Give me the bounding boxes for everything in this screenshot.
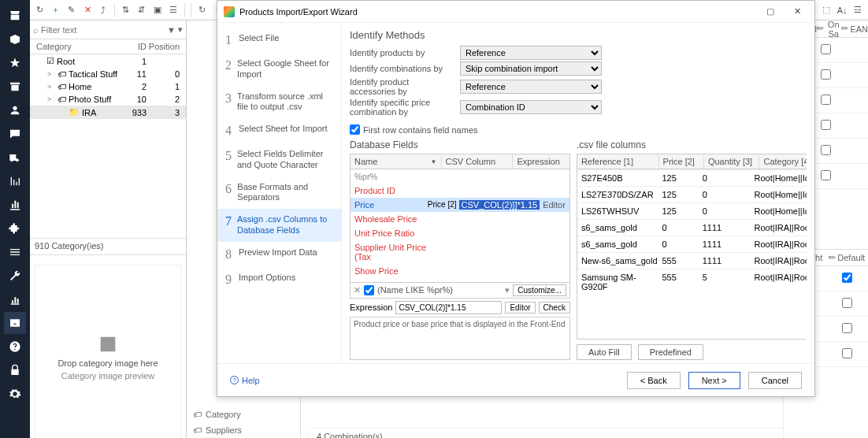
mid-item[interactable]: 🏷Category [187, 406, 300, 422]
dbfield-row[interactable]: Show Price [351, 264, 569, 278]
expression-input[interactable] [395, 301, 502, 314]
dbfield-row[interactable]: Product ID [351, 184, 569, 198]
tree-row[interactable]: 📁IRA9333 [30, 106, 186, 119]
editor-button[interactable]: Editor [505, 302, 535, 314]
wizard-step[interactable]: 2Select Google Sheet for Import [217, 53, 341, 86]
default-checkbox[interactable] [842, 298, 852, 308]
method-select[interactable]: Reference [460, 80, 602, 94]
sidebar-wrench-icon[interactable] [4, 265, 26, 287]
first-row-check[interactable]: First row contains field names [350, 124, 807, 135]
col-ean[interactable]: ✎EAN [841, 24, 868, 34]
onsale-checkbox[interactable] [821, 95, 831, 105]
sort3-icon[interactable]: ☲ [851, 3, 865, 17]
sidebar-inbox-icon[interactable] [4, 312, 26, 334]
csvcol-price[interactable]: Price [2] [659, 154, 704, 169]
default-checkbox[interactable] [842, 323, 852, 333]
sidebar-person-icon[interactable] [4, 99, 26, 121]
sidebar-chart1-icon[interactable] [4, 170, 26, 192]
wizard-step[interactable]: 5Select Fields Delimiter and Quote Chara… [217, 143, 341, 176]
sort1-icon[interactable]: ⬚ [819, 3, 833, 17]
csvcol-cat[interactable]: Category [4] [759, 154, 807, 169]
sidebar-gear-icon[interactable] [4, 383, 26, 405]
next-button[interactable]: Next > [688, 372, 740, 389]
wizard-step[interactable]: 4Select Sheet for Import [217, 118, 341, 143]
back-button[interactable]: < Back [627, 372, 681, 389]
close-button[interactable]: ✕ [786, 3, 808, 20]
wizard-step[interactable]: 6Base Formats and Separators [217, 176, 341, 210]
dbfield-row[interactable]: Unit Price Ratio [351, 226, 569, 240]
dbfield-row[interactable]: PricePrice [2]CSV_COL(2)]]*1.15Editor [351, 198, 569, 212]
sidebar-chart2-icon[interactable] [4, 194, 26, 216]
default-checkbox[interactable] [842, 348, 852, 358]
sidebar-sliders-icon[interactable] [4, 241, 26, 263]
method-select[interactable]: Skip combination import [460, 61, 602, 76]
csv-row[interactable]: s6_sams_gold01111Root|IRA||Root|Home|Clo… [577, 219, 807, 236]
sidebar-chat-icon[interactable] [4, 123, 26, 145]
tree-row[interactable]: >🏷Home21 [30, 80, 186, 93]
csv-row[interactable]: LS26TWHSUV1250Root|Home||IceCat prodts [577, 202, 807, 219]
sort2-icon[interactable]: A↓ [836, 3, 849, 17]
col-default[interactable]: ✎Default [826, 253, 869, 263]
csv-row[interactable]: LS27E370DS/ZAR1250Root|Home||IceCat prod… [577, 186, 807, 202]
add-icon[interactable]: ＋ [49, 3, 62, 17]
filter-input[interactable] [41, 25, 165, 35]
firstrow-checkbox[interactable] [350, 124, 360, 135]
sort-desc-icon[interactable]: ⇵ [135, 3, 148, 17]
wizard-step[interactable]: 3Transform source .xml file to output .c… [217, 86, 341, 119]
onsale-checkbox[interactable] [821, 170, 831, 180]
predefined-button[interactable]: Predefined [638, 344, 703, 360]
sidebar-star-icon[interactable] [4, 52, 26, 74]
tree-row[interactable]: ☑Root1 [30, 54, 186, 68]
help-link[interactable]: ?Help [230, 376, 260, 385]
dbcol-csv[interactable]: CSV Column [442, 154, 514, 169]
sidebar-help-icon[interactable] [4, 336, 26, 358]
refresh2-icon[interactable]: ↻ [195, 3, 209, 17]
box-icon[interactable]: ▣ [150, 3, 164, 17]
dbfield-row[interactable]: %pr% [351, 169, 569, 184]
delete-icon[interactable]: ✕ [81, 3, 95, 17]
sort-asc-icon[interactable]: ⇅ [119, 3, 132, 17]
sidebar-truck-icon[interactable] [4, 147, 26, 169]
funnel-clear-icon[interactable]: ▾ [178, 24, 183, 35]
dbfield-row[interactable]: Supplier Unit Price (Tax [351, 240, 569, 264]
sidebar-puzzle-icon[interactable] [4, 217, 26, 239]
customize-button[interactable]: Customize... [513, 284, 566, 296]
cancel-button[interactable]: Cancel [748, 372, 802, 389]
autofill-button[interactable]: Auto Fill [577, 344, 632, 360]
sidebar-store-icon[interactable] [4, 5, 26, 27]
check-button[interactable]: Check [539, 302, 570, 314]
sidebar-box-icon[interactable] [4, 28, 26, 50]
onsale-checkbox[interactable] [821, 120, 831, 130]
csv-row[interactable]: New-s6_sams_gold5551111Root|IRA||Root|Ho… [577, 252, 807, 269]
method-select[interactable]: Reference [460, 46, 602, 60]
col-id[interactable]: ID [120, 42, 147, 51]
col-onsale[interactable]: ✎On Sa [817, 20, 841, 39]
tree-row[interactable]: >🏷Photo Stuff102 [30, 93, 186, 106]
edit-icon[interactable]: ✎ [65, 3, 78, 17]
filter-enable-checkbox[interactable] [364, 285, 374, 295]
list-icon[interactable]: ☰ [166, 3, 180, 17]
dbcol-expr[interactable]: Expression [513, 154, 569, 169]
onsale-checkbox[interactable] [821, 69, 831, 80]
wizard-step[interactable]: 7Assign .csv Columns to Database Fields [217, 209, 341, 242]
csv-row[interactable]: s6_sams_gold01111Root|IRA||Root|Home|Clo… [577, 236, 807, 252]
mid-item[interactable]: 🏷Suppliers [187, 422, 300, 438]
maximize-button[interactable]: ▢ [759, 3, 781, 20]
filter-dropdown-icon[interactable]: ▾ [505, 285, 510, 295]
wizard-step[interactable]: 9Import Options [217, 267, 341, 292]
default-checkbox[interactable] [842, 273, 852, 283]
refresh-icon[interactable]: ↻ [33, 3, 46, 17]
sidebar-chart3-icon[interactable] [4, 288, 26, 310]
filter-clear-icon[interactable]: ✕ [354, 285, 361, 295]
col-category[interactable]: Category [36, 42, 120, 51]
col-position[interactable]: Position [147, 42, 181, 51]
csv-row[interactable]: S27E450B1250Root|Home||IceCat prodts [577, 169, 807, 186]
link-icon[interactable]: ⤴ [97, 3, 110, 17]
method-select[interactable]: Combination ID [460, 100, 602, 114]
funnel-icon[interactable]: ▼ [167, 25, 176, 35]
wizard-step[interactable]: 8Preview Import Data [217, 242, 341, 267]
onsale-checkbox[interactable] [821, 44, 831, 54]
dbcol-name[interactable]: Name▼ [351, 154, 442, 169]
sidebar-lock-icon[interactable] [4, 359, 26, 381]
sidebar-archive-icon[interactable] [4, 76, 26, 98]
